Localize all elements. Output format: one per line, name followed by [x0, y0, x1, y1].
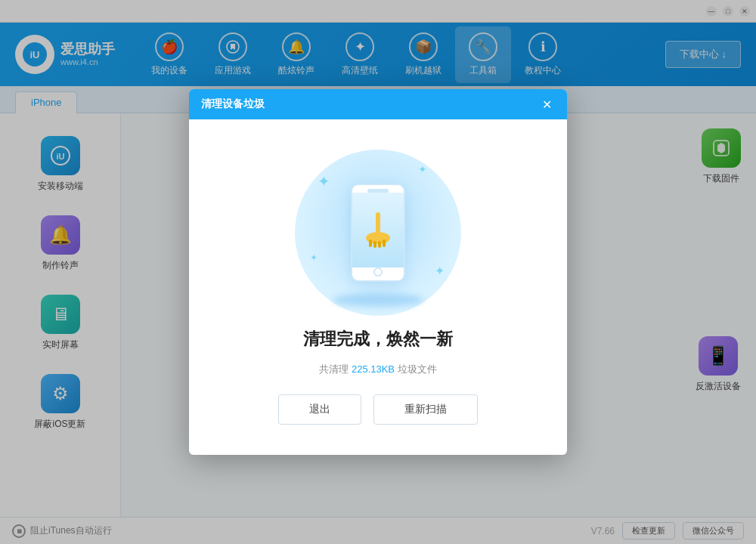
- svg-rect-6: [376, 212, 380, 233]
- rescan-button[interactable]: 重新扫描: [373, 394, 478, 425]
- sparkle-3: ✦: [435, 264, 445, 278]
- dialog-header: 清理设备垃圾 ✕: [189, 89, 567, 119]
- dialog-actions: 退出 重新扫描: [278, 394, 478, 425]
- phone-shadow: [333, 293, 423, 307]
- result-size: 225.13KB: [352, 363, 395, 375]
- svg-rect-10: [378, 241, 381, 248]
- sparkle-2: ✦: [418, 163, 427, 175]
- sparkle-1: ✦: [318, 172, 330, 190]
- svg-rect-11: [383, 240, 386, 247]
- phone-home-button: [373, 267, 383, 277]
- dialog-title: 清理设备垃圾: [201, 97, 265, 111]
- result-sub-prefix: 共清理: [319, 363, 352, 375]
- phone-illustration: ✦ ✦ ✦ ✦: [295, 150, 461, 316]
- dialog-close-button[interactable]: ✕: [538, 96, 555, 113]
- phone-screen: [352, 193, 404, 267]
- sparkle-4: ✦: [310, 252, 318, 263]
- svg-rect-8: [369, 240, 372, 247]
- clean-dialog: 清理设备垃圾 ✕ ✦ ✦ ✦ ✦: [189, 89, 567, 455]
- exit-button[interactable]: 退出: [278, 394, 361, 425]
- dialog-body: ✦ ✦ ✦ ✦: [189, 119, 567, 455]
- svg-rect-9: [373, 241, 376, 248]
- phone-body: [351, 184, 405, 282]
- modal-overlay: 清理设备垃圾 ✕ ✦ ✦ ✦ ✦: [0, 0, 756, 544]
- result-subtitle: 共清理 225.13KB 垃圾文件: [319, 363, 436, 376]
- result-sub-suffix: 垃圾文件: [395, 363, 437, 375]
- result-title: 清理完成，焕然一新: [303, 328, 453, 351]
